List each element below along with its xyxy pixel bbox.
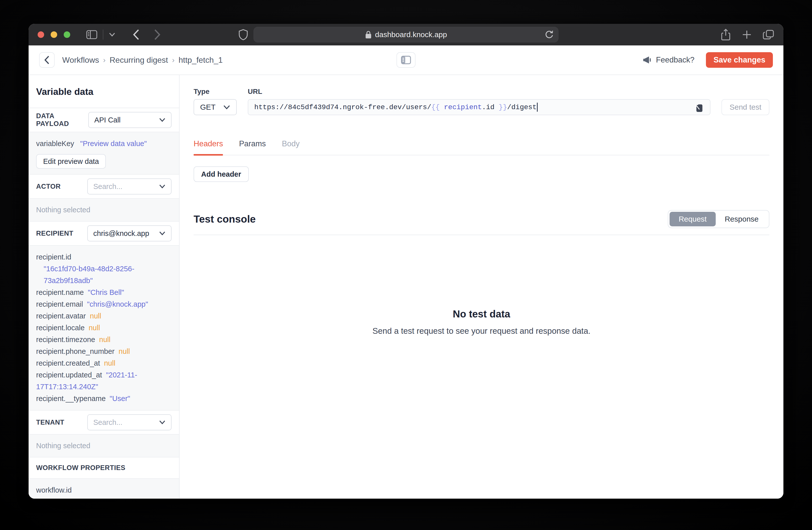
new-tab-icon[interactable] [742,30,752,40]
send-test-button[interactable]: Send test [722,99,769,115]
data-payload-row: DATA PAYLOAD API Call [29,108,179,132]
test-console-title: Test console [193,213,256,225]
actor-empty-section: Nothing selected [29,198,179,222]
actor-label: ACTOR [36,183,61,191]
tenant-select[interactable]: Search... [87,414,172,430]
request-tabs: Headers Params Body [193,139,769,155]
data-row: recipient.updated_at"2021-11-17T17:13:14… [36,369,172,393]
data-payload-label: DATA PAYLOAD [36,112,88,128]
divider [103,30,103,40]
recipient-select[interactable]: chris@knock.app [87,225,172,241]
back-button[interactable] [39,52,55,68]
empty-state-subtitle: Send a test request to see your request … [193,326,769,336]
zoom-window-button[interactable] [64,31,70,38]
save-changes-button[interactable]: Save changes [706,52,773,68]
tab-headers[interactable]: Headers [193,139,223,155]
actor-empty-text: Nothing selected [36,204,172,215]
tab-params[interactable]: Params [239,139,266,155]
breadcrumb-separator: › [103,56,105,64]
preview-key: variableKey [36,140,74,148]
tab-overview-icon[interactable] [763,29,774,40]
type-label: Type [193,87,237,96]
divider [193,235,769,235]
data-row: recipient.created_atnull [36,357,172,369]
recipient-label: RECIPIENT [36,229,73,237]
recipient-data-section: recipient.id "16c1fd70-b49a-48d2-8256-73… [29,245,179,410]
back-icon[interactable] [133,29,140,40]
data-row: recipient.name"Chris Bell" [36,287,172,298]
breadcrumb-workflow-name[interactable]: Recurring digest [110,55,168,65]
tenant-row: TENANT Search... [29,410,179,434]
privacy-shield-icon[interactable] [238,29,248,40]
request-toggle[interactable]: Request [670,212,716,226]
chevron-down-icon [159,184,165,189]
sidebar-title: Variable data [29,75,179,108]
tenant-empty-section: Nothing selected [29,434,179,458]
forward-icon[interactable] [154,29,160,40]
url-input[interactable]: https://84c5df439d74.ngrok-free.dev/user… [248,99,710,115]
reload-icon[interactable] [545,30,553,39]
workflow-properties-section: workflow.id "006e938f-98e6-408e-a9de-dbb… [29,478,179,499]
preview-data-section: variableKey "Preview data value" Edit pr… [29,132,179,175]
tenant-empty-text: Nothing selected [36,440,172,451]
address-bar[interactable]: dashboard.knock.app [253,27,559,42]
data-row: recipient.phone_numbernull [36,346,172,357]
tenant-label: TENANT [36,419,64,427]
megaphone-icon [642,55,653,65]
minimize-window-button[interactable] [50,31,57,38]
test-console-header: Test console Request Response [193,210,769,228]
data-payload-select[interactable]: API Call [88,112,172,128]
window-controls [38,31,70,38]
response-toggle[interactable]: Response [716,212,768,226]
close-window-button[interactable] [38,31,44,38]
method-group: Type GET [193,87,237,115]
request-response-toggle: Request Response [668,210,769,228]
actor-select[interactable]: Search... [87,178,172,195]
add-header-button[interactable]: Add header [193,166,249,182]
lock-icon [365,30,372,39]
data-row: recipient.id "16c1fd70-b49a-48d2-8256-73… [36,251,172,287]
url-group: URL https://84c5df439d74.ngrok-free.dev/… [248,87,710,115]
data-row: recipient.email"chris@knock.app" [36,298,172,310]
browser-window: dashboard.knock.app [29,24,783,499]
browser-titlebar: dashboard.knock.app [29,24,783,45]
data-row: recipient.__typename"User" [36,393,172,405]
data-row: recipient.localenull [36,322,172,334]
actor-row: ACTOR Search... [29,175,179,198]
toggle-sidebar-button[interactable] [396,52,416,68]
request-config-row: Type GET URL https://84c5df439d74.ngrok-… [193,87,769,115]
empty-state: No test data Send a test request to see … [193,308,769,336]
feedback-link[interactable]: Feedback? [642,55,694,65]
share-icon[interactable] [721,29,731,41]
empty-state-title: No test data [193,308,769,320]
address-text: dashboard.knock.app [375,30,447,39]
workflow-properties-header: WORKFLOW PROPERTIES [29,458,179,478]
url-label: URL [248,87,710,96]
feedback-label: Feedback? [656,55,694,65]
chevron-down-icon [159,420,165,424]
edit-preview-data-button[interactable]: Edit preview data [36,154,106,169]
expand-editor-icon[interactable] [694,101,704,113]
data-row: recipient.timezonenull [36,334,172,346]
recipient-row: RECIPIENT chris@knock.app [29,222,179,245]
breadcrumb-workflows[interactable]: Workflows [62,55,99,65]
app-header: Workflows › Recurring digest › http_fetc… [29,45,783,75]
chevron-down-icon [223,105,230,109]
data-row: workflow.id "006e938f-98e6-408e-a9de-dbb… [36,484,172,499]
sidebar-toggle-icon[interactable] [86,30,97,39]
preview-value: "Preview data value" [80,140,147,148]
chevron-down-icon [159,232,165,235]
method-select[interactable]: GET [193,99,237,115]
variable-data-sidebar: Variable data DATA PAYLOAD API Call vari… [29,75,179,499]
data-row: recipient.avatarnull [36,310,172,322]
text-cursor [537,103,538,112]
url-text: https://84c5df439d74.ngrok-free.dev/user… [254,103,537,111]
tab-group-chevron-icon[interactable] [109,32,115,37]
chevron-down-icon [159,118,165,122]
http-fetch-editor: Type GET URL https://84c5df439d74.ngrok-… [179,75,783,499]
breadcrumb-step-name: http_fetch_1 [178,55,223,65]
tab-body[interactable]: Body [282,139,300,155]
breadcrumb-separator: › [172,56,175,64]
breadcrumb: Workflows › Recurring digest › http_fetc… [62,55,223,65]
